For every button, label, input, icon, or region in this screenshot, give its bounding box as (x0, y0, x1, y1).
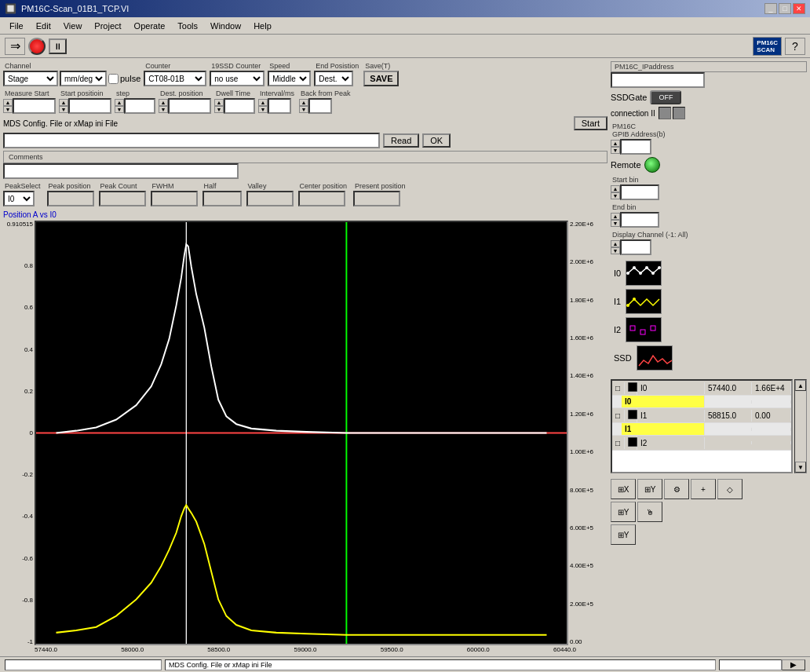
start-position-label: Start positioin (59, 89, 111, 98)
minimize-button[interactable]: _ (764, 3, 777, 14)
dest-pos-down[interactable]: ▼ (159, 106, 168, 113)
menu-edit[interactable]: Edit (30, 20, 57, 32)
peak-select[interactable]: I0 (3, 191, 35, 206)
channel-i2-thumb[interactable] (626, 317, 662, 342)
pm16c-ip-input[interactable]: 192.168.3.55 (611, 72, 705, 88)
app-icon: 🔲 (5, 3, 16, 14)
present-pos-label: Present position (353, 181, 407, 191)
start-pos-up[interactable]: ▲ (59, 99, 68, 106)
graph-toolbar: ⊞X ⊞Y ⚙ + ◇ (611, 479, 807, 499)
channel-i1-row: I1 (614, 289, 804, 314)
gpib-up[interactable]: ▲ (611, 140, 620, 147)
display-ch-up[interactable]: ▲ (611, 240, 620, 247)
stop-button[interactable] (28, 38, 46, 55)
fwhm-label: FWHM (151, 181, 198, 191)
mds-file-input[interactable]: %C:¥usr¥BL01_Data¥xMap_ini¥xManager_1_2_… (3, 133, 380, 148)
maximize-button[interactable]: □ (779, 3, 791, 14)
interval-up[interactable]: ▲ (258, 99, 268, 106)
read-button[interactable]: Read (383, 133, 419, 148)
step-label: step (115, 89, 155, 98)
end-position-label: End Posistion (314, 61, 360, 71)
ssdgate-led[interactable]: OFF (650, 90, 681, 104)
step-down[interactable]: ▼ (115, 106, 124, 113)
interval-down[interactable]: ▼ (258, 106, 268, 113)
diamond-button[interactable]: ◇ (717, 479, 742, 499)
back-up[interactable]: ▲ (299, 99, 308, 106)
ok-button[interactable]: OK (422, 133, 451, 148)
half-label: Half (202, 181, 242, 191)
speed-select[interactable]: Middle (268, 71, 311, 86)
scroll-up-button[interactable]: ▲ (795, 380, 806, 391)
run-arrow-button[interactable]: ⇒ (5, 38, 25, 55)
dest-pos-up[interactable]: ▲ (159, 99, 168, 106)
pulse-checkbox[interactable] (108, 74, 119, 84)
measure-start-input[interactable]: 56440 (13, 98, 56, 114)
dest-select[interactable]: Dest. (314, 71, 353, 86)
dwell-up[interactable]: ▲ (214, 99, 224, 106)
menu-operate[interactable]: Operate (128, 20, 172, 32)
channel-select[interactable]: Stage (3, 71, 58, 86)
start-bin-input[interactable]: 916 (620, 184, 659, 200)
menu-file[interactable]: File (3, 20, 30, 32)
cursor-button[interactable]: 🖱 (637, 502, 662, 522)
gpib-down[interactable]: ▼ (611, 147, 620, 154)
dwell-time-input[interactable]: 0.10 (224, 98, 255, 114)
data-table-scrollbar[interactable]: ▲ ▼ (794, 379, 807, 473)
gpib-input[interactable]: 14 (620, 139, 651, 155)
help-button[interactable]: ? (785, 38, 805, 55)
svg-point-11 (626, 304, 629, 307)
counter19ssd-select[interactable]: no use (210, 71, 265, 86)
display-channel-input[interactable]: -1 (620, 239, 651, 255)
back-peak-input[interactable]: 5 (308, 98, 332, 114)
status-text: MDS Config. File or xMap ini File (165, 659, 716, 670)
peak-position-label: Peak position (47, 181, 94, 191)
dest-position-input[interactable]: 60440 (168, 98, 211, 114)
menu-view[interactable]: View (57, 20, 89, 32)
menu-help[interactable]: Help (247, 20, 278, 32)
step-input[interactable]: 25 (124, 98, 155, 114)
dwell-down[interactable]: ▼ (214, 106, 224, 113)
display-ch-down[interactable]: ▼ (611, 247, 620, 254)
start-bin-down[interactable]: ▼ (611, 192, 620, 199)
zoom-x-button[interactable]: ⊞X (611, 479, 636, 499)
save-button[interactable]: SAVE (363, 71, 399, 86)
counter19ssd-label: 19SSD Counter (210, 61, 265, 71)
channel-i1-thumb[interactable] (626, 289, 662, 314)
menu-tools[interactable]: Tools (171, 20, 204, 32)
start-bin-up[interactable]: ▲ (611, 185, 620, 192)
end-bin-up[interactable]: ▲ (611, 213, 620, 220)
menu-window[interactable]: Window (204, 20, 247, 32)
valley-input: -30000 (246, 191, 294, 206)
scroll-right-button[interactable]: ▶ (782, 659, 805, 670)
pm16c-ip-label: PM16C_IPaddress (611, 61, 807, 72)
end-bin-input[interactable]: 1015 (620, 212, 659, 228)
fwhm-input: 27499 (151, 191, 198, 206)
end-bin-down[interactable]: ▼ (611, 220, 620, 227)
close-button[interactable]: ✕ (793, 3, 805, 14)
measure-start-down[interactable]: ▼ (3, 106, 13, 113)
menu-project[interactable]: Project (88, 20, 127, 32)
counter-select[interactable]: CT08-01B (144, 71, 206, 86)
interval-input[interactable]: 0 (268, 98, 291, 114)
center-pos-label: Center position (298, 181, 349, 191)
settings-button[interactable]: ⚙ (664, 479, 689, 499)
step-up[interactable]: ▲ (115, 99, 124, 106)
unit-select[interactable]: mm/deg (60, 71, 107, 86)
channel-label: Channel (3, 61, 140, 71)
back-peak-label: Back from Peak (299, 89, 352, 98)
speed-label: Speed (268, 61, 311, 71)
scroll-down-button[interactable]: ▼ (795, 462, 806, 473)
add-button[interactable]: + (691, 479, 716, 499)
zoom-y-button[interactable]: ⊞Y (637, 479, 662, 499)
back-down[interactable]: ▼ (299, 106, 308, 113)
zoom-xy-button[interactable]: ⊞Y (611, 502, 636, 522)
comments-input[interactable]: Stage Scan (3, 163, 239, 179)
start-pos-down[interactable]: ▼ (59, 106, 68, 113)
measure-start-up[interactable]: ▲ (3, 99, 13, 106)
start-button[interactable]: Start (574, 116, 608, 130)
zoom-all-button[interactable]: ⊞Y (611, 524, 636, 545)
channel-ssd-thumb[interactable] (637, 345, 673, 371)
start-position-input[interactable]: 57440 (68, 98, 111, 114)
pause-button[interactable]: ⏸ (49, 38, 67, 54)
channel-i0-thumb[interactable] (626, 261, 662, 286)
